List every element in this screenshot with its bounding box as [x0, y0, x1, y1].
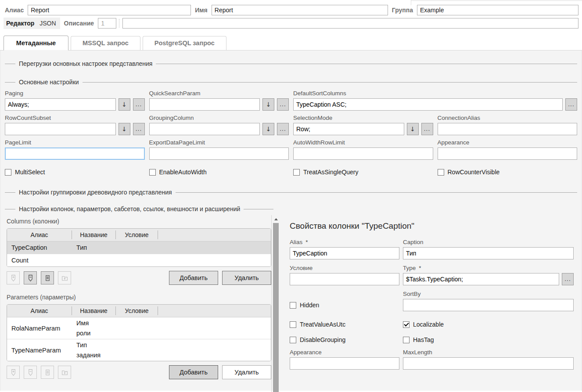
- quicksearchparam-dropdown-button[interactable]: ↓: [262, 98, 274, 111]
- appearance-input[interactable]: [438, 147, 578, 160]
- groupingcolumn-ellipsis-button[interactable]: ...: [277, 123, 289, 135]
- parameters-header-condition[interactable]: Условие: [116, 306, 158, 315]
- copy-column-button[interactable]: [41, 271, 54, 284]
- field-appearance-prop: Appearance: [290, 349, 399, 370]
- localizable-label: Localizable: [413, 321, 444, 328]
- groupingcolumn-input[interactable]: [149, 123, 260, 135]
- columns-add-button[interactable]: Добавить: [169, 271, 218, 285]
- export-parameter-button[interactable]: [58, 366, 71, 379]
- name-input[interactable]: [212, 5, 388, 15]
- parameters-row-typenameparam[interactable]: TypeNameParam Тип задания: [7, 339, 271, 361]
- field-exportdatapagelimit: ExportDataPageLimit: [149, 139, 289, 160]
- alias-prop-label: Alias*: [290, 239, 399, 245]
- section-tree-grouping: Настройки группировки древовидного предс…: [5, 189, 577, 196]
- parameters-row-rolanameparam[interactable]: RolaNameParam Имя роли: [7, 317, 271, 339]
- defaultsortcolumns-input[interactable]: [293, 98, 563, 111]
- disablegrouping-checkbox[interactable]: DisableGrouping: [290, 336, 399, 343]
- scroll-up-arrow-icon[interactable]: [274, 218, 278, 220]
- tab-metadata[interactable]: Метаданные: [4, 36, 68, 50]
- paging-ellipsis-button[interactable]: ...: [133, 98, 145, 111]
- copy-parameter-button[interactable]: [41, 366, 54, 379]
- tab-mssql-query[interactable]: MSSQL запрос: [71, 36, 140, 50]
- description-input[interactable]: [122, 18, 578, 29]
- description-number-input[interactable]: [98, 18, 116, 29]
- groupingcolumn-dropdown-button[interactable]: ↓: [262, 123, 274, 135]
- columns-row-count[interactable]: Count: [7, 254, 271, 266]
- paging-input[interactable]: [5, 98, 116, 111]
- appearance-prop-input[interactable]: [290, 357, 399, 370]
- cell-name: Тип: [72, 244, 116, 251]
- export-column-button[interactable]: [58, 271, 71, 284]
- cell-name: Тип задания: [72, 340, 116, 360]
- parameters-header-alias[interactable]: Алиас: [7, 306, 72, 315]
- remove-column-shield-button[interactable]: [24, 271, 37, 284]
- description-splitter[interactable]: [119, 19, 120, 28]
- selectionmode-dropdown-button[interactable]: ↓: [407, 123, 419, 135]
- columns-title: Columns (колонки): [7, 218, 271, 225]
- treatassinglequery-checkbox[interactable]: TreatAsSingleQuery: [293, 169, 433, 176]
- remove-parameter-shield-button[interactable]: [24, 366, 37, 379]
- treatvalueasutc-checkbox[interactable]: TreatValueAsUtc: [290, 321, 399, 328]
- columns-header-alias[interactable]: Алиас: [7, 230, 72, 239]
- localizable-checkbox[interactable]: Localizable: [403, 321, 574, 328]
- add-column-shield-button[interactable]: [7, 271, 20, 284]
- settings-grid-row-3: PageLimit ExportDataPageLimit AutoWidthR…: [5, 139, 577, 160]
- rowcountsubset-ellipsis-button[interactable]: ...: [133, 123, 145, 135]
- hidden-checkbox[interactable]: Hidden: [290, 302, 399, 309]
- rowcountsubset-input[interactable]: [5, 123, 116, 135]
- section-tree-grouping-title: Настройки группировки древовидного предс…: [19, 189, 172, 196]
- connectionalias-input[interactable]: [438, 123, 578, 135]
- paging-dropdown-button[interactable]: ↓: [119, 98, 130, 111]
- defaultsortcolumns-ellipsis-button[interactable]: ...: [565, 98, 577, 111]
- checkbox-box: [290, 302, 296, 309]
- header-row-1: Алиас Имя Группа: [4, 4, 578, 16]
- cell-alias: TypeNameParam: [7, 347, 72, 354]
- alias-prop-input[interactable]: [290, 247, 399, 259]
- pagelimit-input[interactable]: [5, 147, 145, 160]
- parameters-add-button[interactable]: Добавить: [169, 365, 218, 379]
- multiselect-checkbox[interactable]: MultiSelect: [5, 169, 145, 176]
- caption-prop-label: Caption: [403, 239, 574, 245]
- condition-prop-input[interactable]: [290, 273, 399, 285]
- ellipsis-icon: ...: [280, 126, 286, 132]
- type-prop-input[interactable]: [403, 273, 559, 285]
- group-input[interactable]: [417, 5, 578, 15]
- parameters-remove-button[interactable]: Удалить: [222, 365, 271, 379]
- arrow-down-icon: ↓: [266, 101, 271, 108]
- rowcountervisible-checkbox[interactable]: RowCounterVisible: [438, 169, 578, 176]
- selectionmode-ellipsis-button[interactable]: ...: [421, 123, 433, 135]
- treatassinglequery-label: TreatAsSingleQuery: [303, 169, 359, 176]
- properties-scrollbar[interactable]: [272, 215, 280, 392]
- alias-input[interactable]: [28, 5, 191, 15]
- hastag-label: HasTag: [413, 336, 434, 343]
- enableautowidth-checkbox[interactable]: EnableAutoWidth: [149, 169, 289, 176]
- columns-header-filler: [158, 230, 271, 239]
- columns-table: Алиас Название Условие TypeCaption Тип C…: [7, 228, 271, 267]
- ellipsis-icon: ...: [280, 102, 286, 107]
- hastag-checkbox[interactable]: HasTag: [403, 336, 574, 343]
- autowidthrowlimit-input[interactable]: [293, 147, 433, 160]
- sortby-prop-input[interactable]: [403, 299, 574, 311]
- field-autowidthrowlimit: AutoWidthRowLimit: [293, 139, 433, 160]
- document-lines-icon: [44, 274, 51, 282]
- exportdatapagelimit-input[interactable]: [149, 147, 289, 160]
- tab-postgresql-query[interactable]: PostgreSQL запрос: [143, 36, 226, 50]
- settings-grid-row-1: Paging ↓ ... QuickSearchParam ↓ ... Defa…: [5, 90, 577, 111]
- columns-header-condition[interactable]: Условие: [116, 230, 158, 239]
- type-ellipsis-button[interactable]: ...: [562, 273, 574, 285]
- maxlength-prop-input[interactable]: [403, 357, 574, 370]
- add-parameter-shield-button[interactable]: [7, 366, 20, 379]
- properties-title: Свойства колонки "TypeCaption": [290, 221, 574, 231]
- scrollbar-thumb[interactable]: [273, 223, 279, 392]
- columns-header-name[interactable]: Название: [72, 230, 116, 239]
- caption-prop-input[interactable]: [403, 247, 574, 259]
- quicksearchparam-ellipsis-button[interactable]: ...: [277, 98, 289, 111]
- columns-remove-button[interactable]: Удалить: [222, 271, 271, 285]
- quicksearchparam-input[interactable]: [149, 98, 260, 111]
- parameters-header-name[interactable]: Название: [72, 306, 116, 315]
- appearance-prop-label: Appearance: [290, 349, 399, 356]
- selectionmode-input[interactable]: [293, 123, 404, 135]
- rowcountsubset-dropdown-button[interactable]: ↓: [119, 123, 130, 135]
- field-rowcountsubset: RowCountSubset ↓ ...: [5, 115, 145, 135]
- columns-row-typecaption[interactable]: TypeCaption Тип: [7, 241, 271, 254]
